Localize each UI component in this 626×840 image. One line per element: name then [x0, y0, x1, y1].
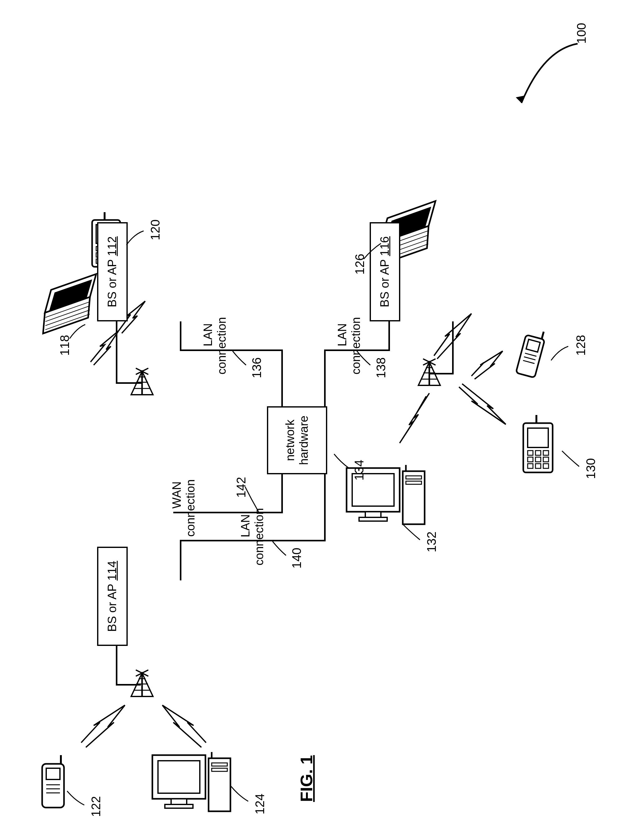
wire-hw-down-right [324, 474, 326, 542]
lan-label-136b: connection [216, 317, 228, 375]
svg-rect-62 [535, 451, 541, 455]
ref-140: 140 [290, 548, 304, 568]
wan-label-b: connection [184, 479, 197, 537]
leader-124 [230, 786, 251, 804]
svg-rect-76 [406, 481, 421, 484]
svg-rect-41 [158, 761, 200, 793]
lan-label-138a: LAN [336, 323, 349, 347]
leader-128 [549, 347, 571, 362]
leader-134 [332, 454, 351, 470]
lan-label-140a: LAN [239, 514, 252, 537]
wire-to-ap114 [180, 540, 182, 580]
ref-136: 136 [250, 357, 264, 378]
wire-ap116-down [388, 322, 390, 351]
svg-rect-67 [527, 464, 533, 468]
ref-128: 128 [574, 335, 588, 356]
bolt-124-114 [156, 702, 212, 749]
leader-136 [231, 351, 248, 367]
ref-120: 120 [148, 219, 162, 240]
box-ap114: BS or AP 114 [97, 547, 128, 646]
ref-122: 122 [89, 796, 103, 817]
bolt-130-116 [456, 384, 512, 431]
wire-ap114-ant-v [116, 645, 117, 685]
ref-118: 118 [58, 335, 72, 356]
leader-132 [401, 524, 423, 542]
svg-rect-45 [212, 763, 227, 766]
arrow-100 [512, 41, 581, 128]
leader-138 [355, 351, 372, 367]
ref-134: 134 [352, 460, 366, 481]
svg-rect-42 [171, 799, 187, 804]
svg-rect-36 [46, 768, 60, 779]
svg-rect-61 [527, 451, 533, 455]
wire-wan-v [281, 474, 283, 513]
diagram-canvas: BS or AP 112 BS or AP 114 BS or AP 116 n… [0, 0, 626, 840]
antenna-ap112 [122, 368, 172, 418]
ap114-label: BS or AP 114 [105, 561, 119, 632]
box-ap116: BS or AP 116 [370, 222, 400, 322]
ref-138: 138 [374, 357, 388, 378]
bolt-128-116 [468, 350, 509, 381]
leader-140 [271, 542, 288, 557]
bolt-122-114 [78, 702, 134, 749]
wire-ap116-to-hw [324, 350, 326, 410]
leader-122 [66, 791, 88, 807]
svg-rect-60 [527, 428, 548, 448]
svg-rect-69 [543, 464, 549, 468]
svg-rect-68 [535, 464, 541, 468]
svg-rect-64 [527, 457, 533, 462]
svg-rect-54 [526, 339, 540, 352]
ref-142: 142 [234, 477, 248, 498]
bolt-132-116 [396, 393, 434, 449]
wan-label-a: WAN [171, 481, 183, 509]
ref-126: 126 [353, 254, 367, 275]
svg-rect-63 [543, 451, 549, 455]
pc-icon [149, 746, 240, 824]
leader-120 [125, 231, 147, 247]
box-ap112: BS or AP 112 [97, 222, 128, 322]
svg-rect-72 [365, 512, 381, 517]
svg-rect-65 [535, 457, 541, 462]
pda-icon-2 [515, 415, 562, 481]
cellphone-icon-2 [512, 329, 549, 382]
figure-label: FIG. 1 [297, 755, 316, 802]
ref-130: 130 [584, 458, 598, 479]
lan-label-140b: connection [253, 508, 266, 565]
leader-130 [560, 451, 582, 468]
svg-rect-75 [406, 476, 421, 479]
box-network-hardware: network hardware [267, 406, 327, 474]
svg-rect-46 [212, 768, 227, 771]
svg-rect-66 [543, 457, 549, 462]
ref-124: 124 [253, 793, 267, 814]
svg-line-52 [542, 332, 543, 339]
nethw-line2: hardware [297, 415, 311, 465]
ap112-label: BS or AP 112 [105, 236, 119, 307]
svg-rect-73 [359, 517, 387, 521]
nethw-line1: network [283, 419, 297, 461]
ref-132: 132 [425, 531, 439, 552]
ref-100: 100 [574, 23, 588, 44]
svg-rect-43 [165, 804, 193, 808]
wire-ap112-to-hw [281, 350, 283, 410]
wire-ap112-down [180, 322, 182, 351]
lan-label-136a: LAN [202, 323, 215, 347]
